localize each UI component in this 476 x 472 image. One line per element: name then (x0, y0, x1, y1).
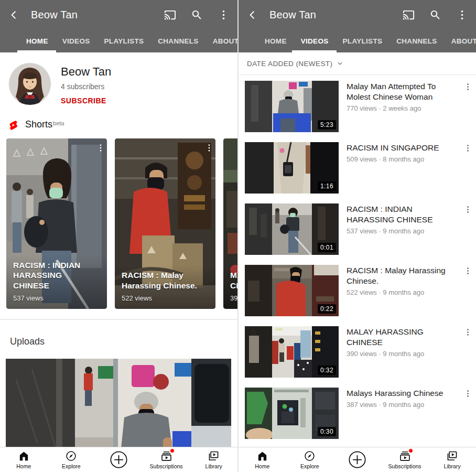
nav-create[interactable] (337, 450, 377, 469)
shorts-logo-icon (7, 119, 19, 131)
short-card-3[interactable]: MALAY HARASSING CHINESE 390 views (223, 138, 237, 309)
video-info: RACISM IN SINGAPORE 509 views · 8 months… (339, 142, 471, 194)
subscriber-count: 4 subscribers (61, 82, 111, 91)
video-row-2[interactable]: 1:16 RACISM IN SINGAPORE 509 views · 8 m… (239, 142, 476, 194)
video-thumbnail: 0:22 (245, 265, 339, 316)
tab-home[interactable]: HOME (265, 30, 287, 52)
search-icon[interactable] (429, 9, 441, 21)
tab-videos[interactable]: VIDEOS (301, 30, 329, 52)
video-row-6[interactable]: 0:30 Malays Harassing Chinese 387 views … (239, 388, 476, 439)
kebab-menu-icon[interactable] (456, 9, 468, 21)
shorts-shelf: RACISM : INDIAN HARASSING CHINESE 537 vi… (0, 138, 237, 309)
video-thumbnail: 0:32 (245, 326, 339, 378)
plus-circle-icon (348, 450, 366, 469)
app-header: Beow Tan HOME VIDEOS PLAYLISTS CHANNELS … (0, 0, 237, 52)
channel-title: Beow Tan (31, 9, 78, 21)
nav-home-label: Home (255, 463, 269, 469)
video-meta: 390 views · 9 months ago (347, 350, 457, 358)
channel-avatar (9, 63, 51, 105)
uploads-title: Uploads (10, 336, 232, 347)
nav-explore[interactable]: Explore (51, 450, 91, 469)
sort-dropdown[interactable]: DATE ADDED (NEWEST) (239, 52, 476, 75)
video-meta: 770 views · 2 weeks ago (347, 104, 457, 112)
tab-videos[interactable]: VIDEOS (62, 30, 90, 52)
tab-playlists[interactable]: PLAYLISTS (343, 30, 383, 52)
duration-badge: 0:22 (318, 304, 336, 314)
library-icon (208, 450, 220, 462)
tab-home[interactable]: HOME (26, 30, 48, 52)
back-icon[interactable] (246, 9, 258, 21)
video-kebab-icon[interactable] (463, 82, 472, 91)
short-card-3-overlay: MALAY HARASSING CHINESE 390 views (223, 265, 237, 309)
short-card-1-kebab-icon[interactable] (96, 143, 105, 153)
video-kebab-icon[interactable] (463, 205, 472, 214)
nav-subscriptions-label: Subscriptions (150, 463, 183, 469)
video-list: 5:23 Malay Man Attempted To Molest Chine… (239, 75, 476, 439)
search-icon[interactable] (191, 9, 203, 21)
short-card-2[interactable]: RACISM : Malay Harassing Chinese. 522 vi… (115, 138, 215, 309)
video-thumbnail: 5:23 (245, 81, 339, 132)
video-thumbnail: 0:01 (245, 203, 339, 255)
channel-meta: Beow Tan 4 subscribers SUBSCRIBE (61, 63, 111, 105)
nav-explore[interactable]: Explore (290, 450, 330, 469)
video-row-5[interactable]: 0:32 MALAY HARASSING CHINESE 390 views ·… (239, 326, 476, 378)
top-toolbar: Beow Tan (239, 0, 476, 30)
video-thumbnail: 1:16 (245, 142, 339, 194)
short-title: RACISM : INDIAN HARASSING CHINESE (13, 260, 100, 291)
home-icon (18, 450, 30, 462)
short-card-1-overlay: RACISM : INDIAN HARASSING CHINESE 537 vi… (6, 255, 107, 309)
short-card-1[interactable]: RACISM : INDIAN HARASSING CHINESE 537 vi… (6, 138, 107, 309)
nav-library-label: Library (205, 463, 222, 469)
nav-subscriptions-label: Subscriptions (388, 463, 421, 469)
nav-library-label: Library (444, 463, 461, 469)
video-kebab-icon[interactable] (463, 328, 472, 337)
toolbar-actions (164, 9, 230, 21)
kebab-menu-icon[interactable] (218, 9, 230, 21)
explore-icon (304, 450, 316, 462)
tab-about[interactable]: ABOUT (451, 30, 476, 52)
video-row-4[interactable]: 0:22 RACISM : Malay Harassing Chinese. 5… (239, 265, 476, 316)
short-title: RACISM : Malay Harassing Chinese. (122, 270, 209, 291)
plus-circle-icon (110, 450, 128, 469)
back-icon[interactable] (8, 9, 20, 21)
video-title: Malay Man Attempted To Molest Chinese Wo… (347, 81, 457, 102)
duration-badge: 5:23 (318, 120, 336, 130)
short-card-2-kebab-icon[interactable] (204, 143, 214, 153)
video-kebab-icon[interactable] (463, 389, 472, 398)
cast-icon[interactable] (403, 9, 415, 21)
library-icon (446, 450, 458, 462)
nav-library[interactable]: Library (194, 450, 234, 469)
video-info: RACISM : Malay Harassing Chinese. 522 vi… (339, 265, 471, 316)
home-icon (256, 450, 268, 462)
tab-channels[interactable]: CHANNELS (396, 30, 437, 52)
duration-badge: 0:01 (318, 243, 336, 252)
tab-playlists[interactable]: PLAYLISTS (104, 30, 144, 52)
channel-name: Beow Tan (61, 65, 111, 79)
nav-subscriptions[interactable]: Subscriptions (146, 450, 186, 469)
sort-label: DATE ADDED (NEWEST) (247, 60, 332, 68)
video-title: Malays Harassing Chinese (347, 388, 457, 399)
nav-home[interactable]: Home (242, 450, 282, 469)
nav-explore-label: Explore (62, 463, 81, 469)
subscribe-button[interactable]: SUBSCRIBE (61, 96, 111, 105)
video-row-3[interactable]: 0:01 RACISM : INDIAN HARASSING CHINESE 5… (239, 203, 476, 255)
cast-icon[interactable] (164, 9, 176, 21)
tab-about[interactable]: ABOUT (213, 30, 237, 52)
video-title: RACISM IN SINGAPORE (347, 143, 457, 153)
video-kebab-icon[interactable] (463, 144, 472, 153)
channel-tabs: HOME VIDEOS PLAYLISTS CHANNELS ABOUT (239, 30, 476, 52)
tab-channels[interactable]: CHANNELS (158, 30, 198, 52)
nav-create[interactable] (99, 450, 138, 469)
video-info: MALAY HARASSING CHINESE 390 views · 9 mo… (339, 326, 471, 378)
video-row-1[interactable]: 5:23 Malay Man Attempted To Molest Chine… (239, 81, 476, 132)
nav-home[interactable]: Home (4, 450, 44, 469)
video-info: Malay Man Attempted To Molest Chinese Wo… (339, 81, 471, 132)
top-toolbar: Beow Tan (0, 0, 237, 30)
video-kebab-icon[interactable] (463, 266, 472, 275)
subscriptions-icon (160, 450, 172, 462)
nav-library[interactable]: Library (432, 450, 472, 469)
shorts-beta-label: beta (53, 120, 64, 126)
toolbar-actions (403, 9, 468, 21)
nav-subscriptions[interactable]: Subscriptions (385, 450, 425, 469)
video-meta: 537 views · 9 months ago (347, 227, 457, 235)
